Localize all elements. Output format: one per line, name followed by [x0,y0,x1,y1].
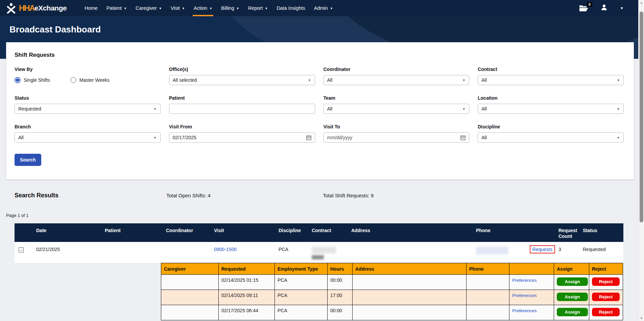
chevron-down-icon: ▼ [617,107,620,111]
user-profile-icon[interactable] [600,4,608,13]
assign-button[interactable]: Assign [557,293,588,301]
chevron-down-icon: ▼ [330,7,333,10]
requested-datetime: 02/14/2025 09:11 [219,290,275,305]
col-hours: Hours [328,263,353,275]
status-select[interactable]: Requested ▼ [15,104,161,114]
preferences-link[interactable]: Preferences [512,278,537,283]
filter-team: Team All ▼ [324,95,470,114]
col-preferences-spacer [509,263,554,275]
chevron-down-icon: ▼ [209,7,212,10]
reject-button[interactable]: Reject [592,277,620,286]
radio-unselected-icon[interactable] [70,77,76,83]
visit-to-date-input[interactable]: mm/dd/yyyy [324,132,470,143]
hours-value: 00:00 [328,305,353,320]
folder-count-badge: 0 [587,2,592,7]
chevron-down-icon: ▼ [462,107,466,111]
col-requested: Requested [219,263,275,275]
patient-input-wrap [169,104,315,114]
pagination-text: Page 1 of 1 [6,213,644,218]
calendar-icon[interactable] [460,135,466,140]
results-header: Search Results Total Open Shifts: 4 Tota… [15,192,644,199]
chevron-down-icon: ▼ [308,78,311,82]
radio-selected-icon[interactable] [15,77,21,83]
chevron-down-icon: ▼ [617,78,620,82]
filter-branch: Branch All ▼ [15,124,161,143]
menu-visit[interactable]: Visit▼ [166,0,189,16]
menu-report[interactable]: Report▼ [244,0,272,16]
filter-coordinator: Coordinator All ▼ [324,67,470,85]
chevron-down-icon: ▼ [462,78,466,82]
filter-contract: Contract All ▼ [478,67,624,85]
office-select[interactable]: All selected ▼ [169,75,315,85]
requests-link[interactable]: Requests [532,247,552,252]
col-assign: Assign [554,263,589,275]
col-caregiver: Caregiver [161,263,219,275]
menu-caregiver[interactable]: Caregiver▼ [131,0,166,16]
filter-location: Location All ▼ [478,95,624,114]
filter-office: Office(s) All selected ▼ [169,67,315,85]
col-address: Address [351,228,476,233]
assign-button[interactable]: Assign [557,277,588,286]
shift-status: Requested [583,247,623,252]
vertical-scrollbar[interactable]: ▲ ▼ [638,0,644,321]
location-select[interactable]: All ▼ [478,104,624,114]
chevron-down-icon: ▼ [617,136,620,140]
col-employment-type: Employment Type [275,263,328,275]
preferences-link[interactable]: Preferences [512,308,537,313]
contract-select[interactable]: All ▼ [478,75,624,85]
chevron-down-icon: ▼ [265,7,268,10]
visit-from-date-input[interactable]: 02/17/2025 [169,132,315,143]
view-by-label: View By [15,67,161,72]
page-title: Broadcast Dashboard [0,16,644,35]
branch-select[interactable]: All ▼ [15,132,161,143]
coordinator-select[interactable]: All ▼ [324,75,470,85]
scroll-up-arrow-icon[interactable]: ▲ [640,1,643,4]
scrollbar-thumb[interactable] [640,11,643,222]
filter-view-by: View By Single Shifts Master Weeks [15,67,161,85]
radio-master-weeks[interactable]: Master Weeks [70,77,110,83]
col-visit: Visit [214,228,279,233]
hours-value: 17:00 [328,290,353,305]
assign-button[interactable]: Assign [557,308,588,316]
reject-button[interactable]: Reject [592,293,620,301]
top-navbar: HHA eXchange Home Patient▼ Caregiver▼ Vi… [0,0,644,16]
scroll-down-arrow-icon[interactable]: ▼ [640,317,643,320]
shift-row: − 02/21/2025 0900-1500 PCA Requests 3 Re… [15,242,623,263]
patient-input[interactable] [173,106,311,112]
profile-chevron-down-icon[interactable]: ▼ [620,6,624,10]
calendar-icon[interactable] [306,135,311,140]
person-x-logo-icon [6,3,16,14]
request-row: 02/14/2025 09:11 PCA 17:00 Preferences A… [161,290,623,305]
filter-status: Status Requested ▼ [15,95,161,114]
total-open-shifts: Total Open Shifts: 4 [166,193,323,198]
requests-table-header: Caregiver Requested Employment Type Hour… [161,263,623,275]
panel-heading: Shift Requests [15,52,624,58]
menu-data-insights[interactable]: Data Insights [272,0,310,16]
hours-value: 00:00 [328,275,353,290]
discipline-select[interactable]: All ▼ [478,132,624,143]
menu-billing[interactable]: Billing▼ [217,0,244,16]
hhaexchange-logo[interactable]: HHA eXchange [6,3,67,14]
visit-time-link[interactable]: 0900-1500 [214,247,237,252]
chevron-down-icon: ▼ [236,7,239,10]
requested-datetime: 02/17/2025 06:44 [219,305,275,320]
chevron-down-icon: ▼ [153,136,157,140]
col-status: Status [583,228,623,233]
menu-admin[interactable]: Admin▼ [310,0,337,16]
menu-patient[interactable]: Patient▼ [102,0,131,16]
redacted-phone [476,247,508,254]
open-cases-folder-icon[interactable]: 0 [579,5,588,11]
menu-action[interactable]: Action▼ [189,0,217,16]
search-button[interactable]: Search [15,154,41,166]
col-contract: Contract [312,228,351,233]
col-nested-address: Address [353,263,467,275]
preferences-link[interactable]: Preferences [512,293,537,298]
filter-patient: Patient [169,95,315,114]
results-heading: Search Results [15,192,166,199]
menu-home[interactable]: Home [80,0,102,16]
radio-single-shifts[interactable]: Single Shifts [15,77,50,83]
employment-type: PCA [275,305,328,320]
team-select[interactable]: All ▼ [324,104,470,114]
collapse-row-button[interactable]: − [19,247,24,252]
reject-button[interactable]: Reject [592,308,620,316]
